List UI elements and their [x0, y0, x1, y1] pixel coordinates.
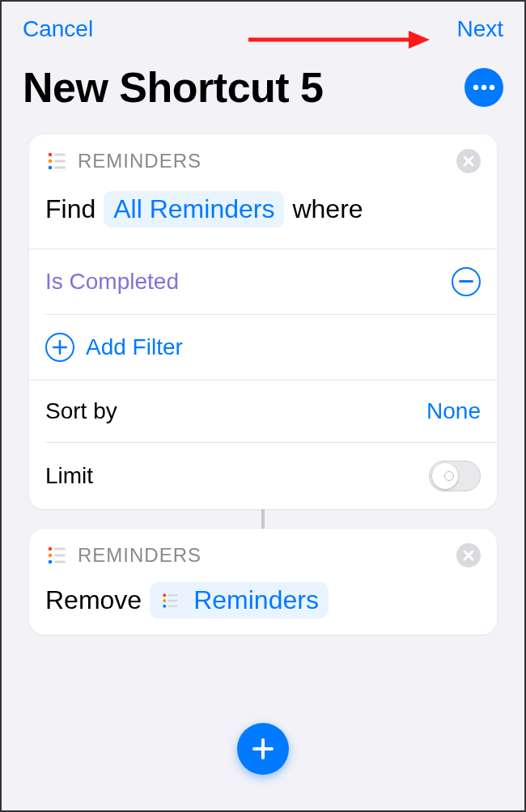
add-filter-label: Add Filter	[86, 334, 183, 360]
verb-text: Remove	[45, 585, 142, 615]
action-connector	[261, 509, 265, 529]
card-header: REMINDERS	[29, 134, 497, 178]
svg-point-7	[49, 159, 53, 164]
svg-point-14	[49, 554, 53, 558]
verb-text: Find	[45, 194, 95, 224]
svg-rect-19	[168, 593, 178, 596]
plus-icon	[251, 737, 275, 761]
action-card-find-reminders: REMINDERS Find All Reminders where Is Co…	[29, 134, 497, 509]
filter-label: Is Completed	[45, 269, 452, 295]
action-sentence: Remove Reminders	[29, 572, 497, 635]
svg-point-9	[49, 166, 53, 170]
scope-token[interactable]: All Reminders	[104, 191, 284, 227]
target-token-label: Reminders	[193, 585, 319, 615]
svg-rect-21	[168, 599, 178, 602]
svg-rect-10	[54, 167, 66, 169]
title-row: New Shortcut 5	[2, 49, 524, 134]
minus-icon	[459, 280, 473, 283]
reminders-app-icon	[45, 150, 68, 172]
cancel-button[interactable]: Cancel	[23, 16, 93, 42]
svg-rect-8	[54, 160, 66, 163]
svg-point-16	[49, 560, 53, 564]
limit-toggle[interactable]	[429, 461, 481, 491]
svg-rect-13	[54, 548, 66, 551]
close-icon	[463, 155, 474, 167]
suffix-text: where	[292, 194, 363, 224]
filter-row-is-completed[interactable]: Is Completed	[29, 249, 497, 314]
ellipsis-icon	[473, 84, 495, 91]
svg-rect-6	[54, 154, 66, 156]
remove-filter-button[interactable]	[452, 267, 481, 296]
plus-circle-icon	[45, 333, 74, 362]
remove-action-button[interactable]	[456, 543, 481, 568]
reminders-app-icon	[45, 544, 68, 567]
svg-point-4	[490, 85, 494, 90]
sort-by-row[interactable]: Sort by None	[29, 380, 497, 442]
limit-row: Limit	[29, 443, 497, 509]
reminders-app-icon	[159, 590, 180, 611]
svg-point-22	[163, 604, 166, 607]
target-token[interactable]: Reminders	[150, 582, 329, 619]
sort-by-label: Sort by	[45, 398, 426, 424]
page-title: New Shortcut 5	[23, 63, 324, 112]
svg-rect-17	[54, 561, 66, 563]
svg-point-20	[163, 599, 166, 602]
svg-rect-23	[168, 605, 178, 607]
remove-action-button[interactable]	[456, 149, 481, 173]
svg-point-12	[49, 547, 53, 551]
sort-by-value[interactable]: None	[426, 398, 481, 424]
action-card-remove-reminders: REMINDERS Remove	[29, 529, 497, 635]
svg-rect-11	[459, 280, 473, 283]
svg-rect-15	[54, 555, 66, 557]
svg-point-3	[481, 85, 486, 90]
close-icon	[463, 550, 474, 561]
svg-point-5	[49, 153, 53, 157]
card-header: REMINDERS	[29, 529, 497, 572]
more-button[interactable]	[464, 68, 503, 107]
add-filter-button[interactable]: Add Filter	[29, 315, 497, 380]
add-action-button[interactable]	[237, 723, 289, 775]
next-button[interactable]: Next	[456, 16, 503, 42]
app-label: REMINDERS	[78, 150, 456, 172]
limit-label: Limit	[45, 463, 429, 489]
navbar: Cancel Next	[2, 2, 524, 49]
app-label: REMINDERS	[78, 544, 456, 567]
action-sentence: Find All Reminders where	[29, 178, 497, 249]
svg-point-2	[473, 85, 478, 90]
svg-point-18	[163, 593, 166, 597]
